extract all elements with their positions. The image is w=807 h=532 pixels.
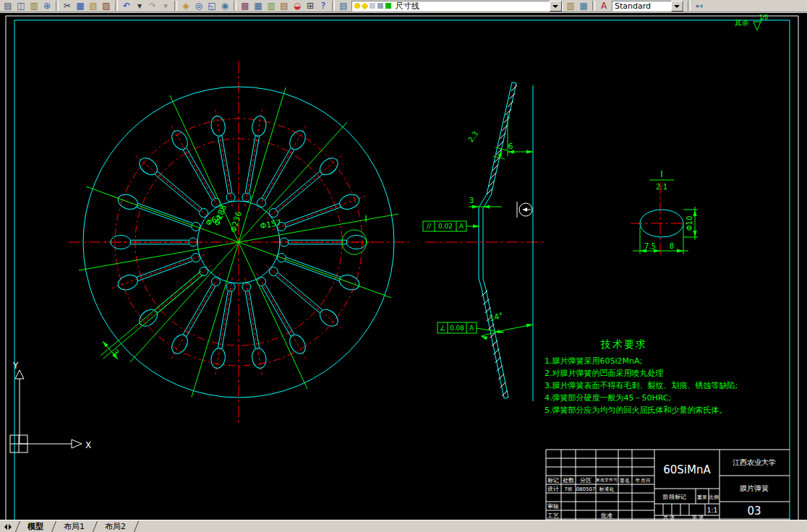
layer-states-icon[interactable]: ▥ (564, 1, 577, 12)
title-block: 标记 处数 分区 更改文件号 签名 年月日 设计 7班 080507 标准化 审… (546, 450, 790, 520)
tb-scale-value: 1:1 (707, 507, 717, 514)
dim-top-width[interactable]: 6 (508, 142, 513, 151)
fcf-angular-symbol: ∠ (440, 325, 445, 332)
etransmit-icon[interactable]: ⊕ (40, 1, 54, 12)
tab-model[interactable]: 模型 (17, 521, 54, 532)
section-outline-outer[interactable] (483, 83, 516, 398)
dim-dia-outer[interactable]: Φ236 (229, 210, 244, 233)
sheet-set-manager-icon[interactable]: ▤ (278, 1, 291, 12)
layer-plot-icon[interactable] (377, 3, 383, 9)
text-style-combo[interactable]: Standard (612, 1, 684, 12)
tb-material: 60SiMnA (663, 463, 711, 476)
tb-label-count: 处数 (563, 477, 574, 484)
roughness-value: 1.6 (759, 14, 769, 21)
paste-ic on[interactable]: ▧ (87, 1, 100, 12)
layer-previous-icon[interactable]: ▦ (577, 1, 590, 12)
plot-icon[interactable]: ▤ (1, 1, 14, 12)
tech-requirement-line: 5.弹簧部分应为均匀的回火屈氏体和少量的索氏体。 (545, 404, 807, 416)
detail-view[interactable]: 7.5 8 Φ10 I 2:1 (631, 169, 698, 257)
tech-requirement-line: 1.膜片弹簧采用60Si2MnA; (545, 355, 807, 367)
tb-label-design: 设计 (547, 486, 559, 492)
tech-requirements-title: 技术要求 (601, 338, 807, 351)
roughness-prefix: 其余 (735, 19, 749, 27)
side-section-view[interactable]: 6 3 2.3 14° // 0.02 A ∠ 0.08 A (423, 82, 544, 401)
fcf-angularity[interactable]: ∠ 0.08 A (437, 322, 477, 333)
match-properties-icon[interactable]: ▨ (100, 1, 113, 12)
tb-label-approve: 批准 (601, 512, 612, 519)
tab-scroll-buttons[interactable] (1, 524, 14, 530)
tab-layout2[interactable]: 布局2 (95, 521, 136, 532)
layout-tabbar: 模型布局1布局2 (0, 520, 807, 532)
dim-detail-b[interactable]: 8 (670, 242, 674, 250)
properties-icon[interactable]: ▩ (239, 1, 252, 12)
publish-icon[interactable]: ▥ (27, 1, 40, 12)
dim-detail-dia[interactable]: Φ10 (686, 216, 693, 231)
layer-lock-icon[interactable] (370, 3, 375, 9)
tool-palettes-icon[interactable]: ▥ (265, 1, 278, 12)
dim-style-icon[interactable]: ↤ (693, 1, 706, 12)
redo-icon[interactable]: ↷ (146, 1, 159, 12)
roughness-note: 其余 1.6 (735, 14, 768, 30)
ucs-x-label: X (85, 440, 91, 450)
tb-value-design-date: 080507 (576, 486, 596, 492)
fcf-angular-tolerance: 0.08 (450, 325, 464, 332)
dim-detail-a[interactable]: 7.5 (644, 242, 656, 250)
layer-freeze-sun-icon[interactable] (362, 2, 369, 9)
layer-on-bulb-icon[interactable] (354, 3, 360, 9)
front-view[interactable]: Φ188 Φ64 Φ236 Φ157 3 I (69, 61, 409, 424)
style-combo-dropdown-icon[interactable] (671, 1, 683, 12)
fcf-angular-datum: A (469, 325, 474, 332)
quickcalc-icon[interactable]: ⊞ (304, 1, 317, 12)
tb-label-weight: 重量 (697, 494, 707, 500)
markup-set-icon[interactable]: ◒ (291, 1, 304, 12)
toolbar-separator (332, 1, 335, 11)
ucs-y-label: Y (12, 361, 19, 371)
tab-scroll-left-icon[interactable] (1, 524, 7, 530)
help-icon[interactable]: ? (317, 1, 330, 12)
undo-icon[interactable]: ↶ (120, 1, 133, 12)
copy-icon[interactable]: ▦ (74, 1, 87, 12)
ucs-y-arrowhead-icon (15, 370, 24, 379)
ucs-x-arrowhead-icon (72, 439, 82, 448)
tab-scroll-right-icon[interactable] (9, 524, 14, 530)
toolbar-separator (592, 1, 595, 11)
fcf-parallelism[interactable]: // 0.02 A (423, 221, 466, 231)
detail-marker-label[interactable]: I (364, 214, 367, 224)
tb-label-zone: 分区 (580, 477, 592, 484)
tb-label-change-file: 更改文件号 (596, 477, 618, 482)
tab-layout1[interactable]: 布局1 (54, 521, 95, 532)
section-view-symbol (517, 202, 532, 218)
toolbar-separator (688, 1, 691, 11)
layer-combo-value: 尺寸线 (396, 1, 550, 12)
undo-dropdown-icon[interactable]: ▾ (133, 1, 146, 12)
text-style-icon[interactable]: A (597, 1, 610, 12)
side-dimensions (466, 114, 533, 336)
tb-value-designer: 7班 (564, 486, 572, 492)
tb-label-check: 审核 (547, 503, 559, 510)
zoom-window-icon[interactable]: ◱ (205, 1, 218, 12)
designcenter-icon[interactable]: ▦ (252, 1, 265, 12)
fcf-parallel-datum: A (459, 223, 464, 230)
layer-combo[interactable]: 尺寸线 (351, 1, 563, 12)
toolbar-separator (174, 1, 177, 11)
tb-label-scale: 比例 (709, 494, 719, 500)
layer-properties-icon[interactable]: ▤ (337, 1, 350, 12)
cut-icon[interactable]: ✂ (61, 1, 74, 12)
layer-color-swatch[interactable] (385, 3, 391, 9)
section-hatch (482, 85, 517, 396)
redo-dropdown-icon[interactable]: ▾ (159, 1, 172, 12)
layer-combo-dropdown-icon[interactable] (550, 1, 562, 12)
pan-icon[interactable]: ◈ (179, 1, 192, 12)
section-cap-bottom (504, 398, 508, 398)
section-outline-inner[interactable] (479, 82, 512, 398)
dim-tip[interactable]: 2.3 (466, 129, 479, 143)
zoom-realtime-icon[interactable]: ◎ (192, 1, 205, 12)
tb-label-sheet-no: 第 张 (692, 515, 704, 520)
dim-thickness[interactable]: 3 (469, 196, 474, 205)
tb-label-standard: 标准化 (599, 486, 615, 492)
print-preview-icon[interactable]: ◫ (14, 1, 27, 12)
drawing-canvas[interactable]: Φ188 Φ64 Φ236 Φ157 3 I 6 3 2.3 14° (0, 13, 807, 520)
zoom-previous-icon[interactable]: ◉ (218, 1, 231, 12)
ucs-icon: Y X (10, 361, 91, 452)
dim-dia-mid[interactable]: Φ157 (260, 218, 283, 231)
